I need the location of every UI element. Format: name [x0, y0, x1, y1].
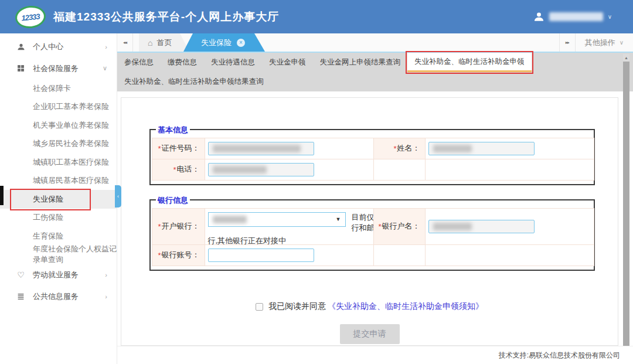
sidebar-item-label: 机关事业单位养老保险 — [33, 120, 109, 131]
sidebar: 个人中心 › 社会保险服务 ∨ 社会保障卡 企业职工基本养老保险 机关事业单位养… — [0, 33, 117, 364]
sidebar-item-work-injury-insurance[interactable]: 工伤保险 — [0, 209, 117, 227]
subtab-benefit-apply[interactable]: 失业金申领 — [262, 53, 313, 72]
agreement-row: 我已阅读并同意 《失业补助金、临时生活补助金申领须知》 — [121, 301, 618, 312]
sidebar-item-urban-employee-medical[interactable]: 城镇职工基本医疗保险 — [0, 153, 117, 172]
section-legend: 基本信息 — [156, 125, 190, 135]
footer: 技术支持:易联众信息技术股份有限公司 — [117, 346, 633, 364]
bank-label: *开户银行： — [152, 208, 205, 245]
sidebar-item-label: 工伤保险 — [33, 212, 63, 223]
sidebar-item-label: 公共信息服务 — [33, 291, 79, 302]
chevron-right-icon: › — [105, 43, 107, 50]
scrollbar-thumb[interactable] — [623, 62, 629, 346]
subtab-label: 失业待遇信息 — [211, 58, 255, 66]
sidebar-collapse-handle[interactable]: ‹ — [115, 185, 121, 207]
scroll-tabs-right-button[interactable]: ▸▸ — [559, 33, 575, 52]
sidebar-item-label: 年度社会保险个人权益记录单查询 — [33, 244, 117, 265]
chevron-right-icon: › — [105, 271, 107, 278]
subtab-row-2: 失业补助金、临时生活补助金申领结果查询 — [117, 72, 633, 91]
subtab-row-1: 参保信息 缴费信息 失业待遇信息 失业金申领 失业金网上申领结果查询 失业补助金… — [117, 53, 633, 72]
tab-home[interactable]: ⌂ 首页 — [139, 33, 189, 52]
scroll-up-icon[interactable]: ▲ — [623, 54, 629, 62]
home-icon: ⌂ — [148, 38, 152, 47]
sidebar-item-enterprise-pension[interactable]: 企业职工基本养老保险 — [0, 98, 117, 117]
phone-label: *电话： — [152, 159, 205, 181]
masked-value — [433, 223, 472, 230]
account-name-label: *银行户名： — [373, 208, 426, 245]
empty-cell — [425, 244, 594, 266]
sidebar-item-urban-resident-medical[interactable]: 城镇居民基本医疗保险 — [0, 172, 117, 190]
subtab-bar: 参保信息 缴费信息 失业待遇信息 失业金申领 失业金网上申领结果查询 失业补助金… — [117, 53, 633, 91]
logo-text: 12333 — [21, 11, 40, 22]
account-number-label: *银行账号： — [152, 244, 205, 266]
subtab-label: 缴费信息 — [168, 58, 197, 66]
phone-input[interactable] — [208, 163, 314, 176]
required-mark: * — [173, 165, 176, 174]
subtab-payment-info[interactable]: 缴费信息 — [161, 53, 204, 72]
id-number-input[interactable] — [208, 142, 314, 155]
subtab-label: 失业金网上申领结果查询 — [320, 58, 401, 66]
select-arrow-icon: ▼ — [336, 216, 341, 222]
masked-value — [213, 145, 301, 152]
subtab-online-apply-result-query[interactable]: 失业金网上申领结果查询 — [313, 53, 408, 72]
empty-cell — [373, 244, 426, 266]
sidebar-item-personal-center[interactable]: 个人中心 › — [0, 36, 117, 57]
subtab-label: 失业金申领 — [269, 58, 306, 66]
tab-bar: ◂◂ ⌂ 首页 失业保险 × ▸▸ 其他操作 ∨ — [117, 33, 633, 53]
close-tab-icon[interactable]: × — [237, 39, 245, 47]
agreement-link[interactable]: 《失业补助金、临时生活补助金申领须知》 — [328, 301, 484, 312]
chevron-right-icon: › — [105, 293, 107, 300]
other-operations-dropdown[interactable]: 其他操作 ∨ — [575, 33, 633, 52]
sidebar-item-labor-employment-services[interactable]: ♡ 劳动就业服务 › — [0, 264, 117, 285]
name-input[interactable] — [428, 142, 535, 155]
app-header: 12333 福建12333公共服务平台-个人网上办事大厅 ∨ — [0, 0, 633, 33]
sidebar-item-label: 企业职工基本养老保险 — [33, 101, 109, 112]
sidebar-item-label: 生育保险 — [33, 231, 63, 241]
user-icon — [533, 11, 544, 22]
vertical-scrollbar[interactable]: ▲ — [623, 54, 629, 346]
user-icon — [16, 43, 26, 51]
empty-cell — [373, 159, 426, 181]
sidebar-item-label: 失业保险 — [33, 194, 63, 205]
sidebar-item-maternity-insurance[interactable]: 生育保险 — [0, 227, 117, 246]
masked-value — [213, 216, 247, 223]
account-number-input[interactable] — [208, 249, 314, 262]
grid-icon — [16, 64, 26, 72]
sidebar-item-annual-rights-record-query[interactable]: 年度社会保险个人权益记录单查询 — [0, 246, 117, 264]
bank-select[interactable]: ▼ — [208, 212, 346, 227]
subtab-unemployment-benefit-info[interactable]: 失业待遇信息 — [204, 53, 262, 72]
sidebar-item-label: 城镇职工基本医疗保险 — [33, 157, 109, 168]
subtab-enrollment-info[interactable]: 参保信息 — [117, 53, 161, 72]
sidebar-item-public-info-services[interactable]: 公共信息服务 › — [0, 285, 117, 307]
page-root: 12333 福建12333公共服务平台-个人网上办事大厅 ∨ 个人中心 › — [0, 0, 633, 364]
list-icon — [16, 292, 26, 300]
required-mark: * — [393, 144, 396, 153]
tab-label: 首页 — [156, 38, 172, 48]
empty-cell — [425, 159, 594, 181]
section-legend: 银行信息 — [156, 195, 190, 206]
user-menu[interactable]: ∨ — [533, 11, 620, 22]
sidebar-item-rural-resident-pension[interactable]: 城乡居民社会养老保险 — [0, 135, 117, 154]
masked-value — [213, 166, 267, 174]
name-label: *姓名： — [373, 138, 426, 159]
agreement-checkbox[interactable] — [256, 303, 263, 311]
sidebar-item-unemployment-insurance[interactable]: 失业保险 — [0, 190, 117, 209]
sidebar-item-gov-institution-pension[interactable]: 机关事业单位养老保险 — [0, 116, 117, 135]
sidebar-item-social-security-card[interactable]: 社会保障卡 — [0, 79, 117, 98]
sidebar-item-label: 城乡居民社会养老保险 — [33, 138, 109, 149]
submit-button[interactable]: 提交申请 — [340, 324, 400, 344]
subtab-label: 失业补助金、临时生活补助金申领 — [414, 57, 525, 66]
required-mark: * — [378, 222, 381, 231]
tab-unemployment-insurance[interactable]: 失业保险 × — [183, 33, 265, 52]
scroll-tabs-left-button[interactable]: ◂◂ — [117, 33, 133, 52]
account-name-input[interactable] — [428, 220, 535, 233]
content-area: ◂◂ ⌂ 首页 失业保险 × ▸▸ 其他操作 ∨ — [117, 33, 633, 364]
sidebar-item-label: 个人中心 — [33, 42, 63, 52]
subtab-subsidy-apply-result-query[interactable]: 失业补助金、临时生活补助金申领结果查询 — [117, 72, 271, 91]
subtab-label: 失业补助金、临时生活补助金申领结果查询 — [124, 77, 264, 86]
required-mark: * — [158, 144, 161, 153]
sidebar-item-social-insurance-services[interactable]: 社会保险服务 ∨ — [0, 57, 117, 79]
black-edge-mark — [0, 186, 4, 205]
subtab-subsidy-apply[interactable]: 失业补助金、临时生活补助金申领 — [407, 53, 532, 72]
agreement-text: 我已阅读并同意 — [268, 301, 326, 312]
id-number-label: *证件号码： — [152, 138, 205, 159]
